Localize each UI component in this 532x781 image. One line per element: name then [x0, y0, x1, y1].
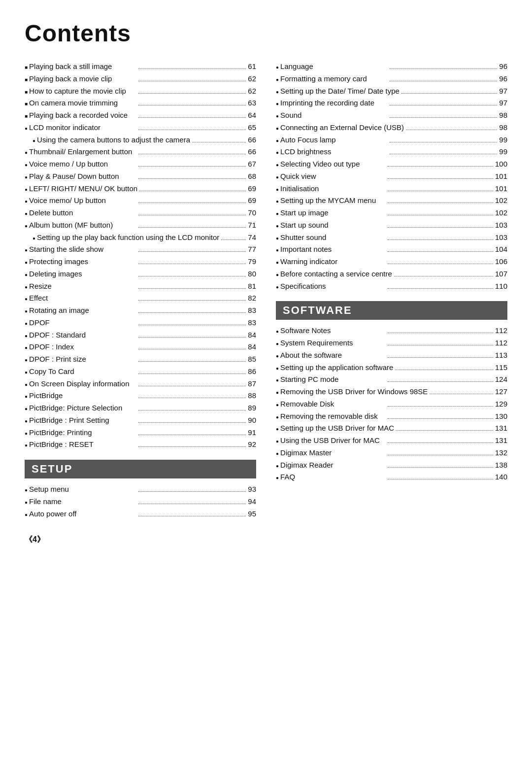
bullet-icon: ●: [276, 64, 279, 72]
bullet-icon: ●: [33, 235, 35, 243]
item-text: Connecting an External Device (USB): [280, 122, 404, 134]
item-text: Selecting Video out type: [280, 158, 386, 170]
list-item: ●Removable Disk129: [276, 398, 507, 410]
bullet-icon: ●: [276, 235, 279, 243]
bullet-icon: ■: [25, 64, 28, 72]
item-text: File name: [29, 496, 136, 508]
list-item: ●Play & Pause/ Down button68: [25, 170, 256, 183]
bullet-icon: ●: [25, 356, 28, 365]
list-item: ■Playing back a still image61: [25, 61, 256, 73]
list-item: ●Copy To Card86: [25, 366, 256, 378]
item-text: Play & Pause/ Down button: [29, 170, 136, 183]
page-number: 63: [248, 97, 256, 109]
dot-leader: [138, 130, 246, 130]
dot-leader: [138, 312, 246, 313]
list-item: ●System Requirements112: [276, 337, 507, 349]
page-number: 103: [495, 219, 507, 232]
dot-leader: [138, 325, 246, 325]
bullet-icon: ●: [25, 344, 28, 352]
page-number: 74: [248, 232, 256, 244]
list-item: ●Delete button70: [25, 207, 256, 219]
page-number: 103: [495, 232, 507, 244]
bullet-icon: ●: [276, 259, 279, 267]
list-item: ●File name94: [25, 496, 256, 508]
item-text: Removing the removable disk: [280, 410, 386, 423]
dot-leader: [138, 516, 246, 516]
bullet-icon: ●: [276, 112, 279, 121]
item-text: Sound: [280, 109, 388, 122]
bullet-icon: ●: [276, 125, 279, 133]
list-item: ●Software Notes112: [276, 325, 507, 337]
bullet-icon: ●: [276, 438, 279, 446]
page-number: 69: [248, 183, 256, 195]
item-text: Warning indicator: [280, 256, 386, 268]
list-item: ●Shutter sound103: [276, 232, 507, 244]
page-number: 97: [499, 85, 507, 98]
bullet-icon: ●: [25, 125, 28, 133]
item-text: Setting up the USB Driver for MAC: [280, 422, 394, 435]
dot-leader: [138, 504, 246, 504]
page-number: 80: [248, 268, 256, 280]
dot-leader: [388, 166, 493, 167]
dot-leader: [388, 406, 493, 407]
item-text: PictBridge : RESET: [29, 439, 136, 451]
list-item: ●Deleting images80: [25, 268, 256, 280]
dot-leader: [388, 215, 493, 215]
setup-section-header: SETUP: [25, 460, 256, 478]
bullet-icon: ●: [276, 246, 279, 255]
dot-leader: [388, 479, 493, 479]
list-item: ●Starting PC mode124: [276, 374, 507, 386]
dot-leader: [192, 142, 246, 142]
dot-leader: [388, 251, 493, 252]
item-text: On camera movie trimming: [29, 97, 136, 109]
dot-leader: [138, 374, 246, 374]
list-item: ●Voice memo / Up button67: [25, 158, 256, 170]
bullet-icon: ●: [276, 88, 279, 97]
item-text: Quick view: [280, 170, 386, 183]
page-number: 110: [495, 280, 507, 293]
list-item: ●PictBridge: Printing91: [25, 427, 256, 439]
item-text: Delete button: [29, 207, 136, 219]
dot-leader: [388, 381, 493, 382]
bullet-icon: ●: [276, 186, 279, 194]
dot-leader: [138, 166, 246, 167]
page-number: 94: [248, 496, 256, 508]
bullet-icon: ●: [276, 173, 279, 182]
page-number: 129: [495, 398, 507, 410]
page-number: 130: [495, 410, 507, 423]
page-number: 89: [248, 402, 256, 414]
item-text: About the software: [280, 349, 386, 362]
item-text: DPOF : Index: [29, 341, 136, 353]
bullet-icon: ●: [276, 450, 279, 458]
page-number: 91: [248, 427, 256, 439]
bullet-icon: ■: [25, 100, 28, 108]
list-item: ●Warning indicator106: [276, 256, 507, 268]
item-text: DPOF : Standard: [29, 329, 136, 341]
page-number: 113: [495, 349, 507, 362]
item-text: Auto power off: [29, 508, 136, 520]
page-number: 82: [248, 292, 256, 305]
page-number: 81: [248, 280, 256, 293]
item-text: Formatting a memory card: [280, 73, 388, 85]
dot-leader: [390, 81, 497, 81]
page-number: 112: [495, 325, 507, 337]
page-number: 69: [248, 195, 256, 207]
page-number: 66: [248, 146, 256, 158]
bullet-icon: ■: [25, 76, 28, 84]
item-text: How to capture the movie clip: [29, 85, 136, 98]
page-number: 140: [495, 471, 507, 483]
dot-leader: [138, 491, 246, 492]
dot-leader: [388, 455, 493, 455]
item-text: Starting the slide show: [29, 243, 136, 256]
page-number: 61: [248, 61, 256, 73]
dot-leader: [139, 191, 246, 191]
dot-leader: [138, 251, 246, 252]
page-number: 98: [499, 122, 507, 134]
page-number: 102: [495, 207, 507, 219]
list-item: ●Setting up the play back function using…: [25, 232, 256, 244]
dot-leader: [138, 203, 246, 203]
item-text: Voice memo / Up button: [29, 158, 136, 170]
page-number: 71: [248, 219, 256, 232]
item-text: Voice memo/ Up button: [29, 195, 136, 207]
item-text: Before contacting a service centre: [280, 268, 392, 280]
